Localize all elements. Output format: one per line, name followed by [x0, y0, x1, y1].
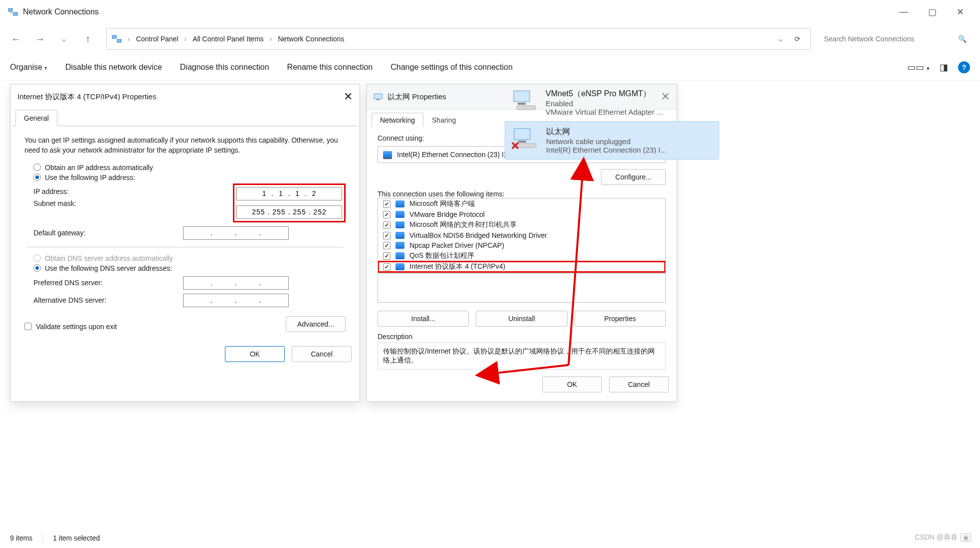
- adapter-name: VMnet5（eNSP Pro MGMT）: [546, 89, 663, 99]
- dialog-title: 以太网 Properties: [388, 92, 446, 102]
- adapter-device: VMware Virtual Ethernet Adapter ...: [546, 108, 663, 116]
- description-label: Description: [378, 333, 666, 341]
- address-dropdown-icon[interactable]: ⌵: [779, 35, 783, 43]
- subnet-mask-input[interactable]: [236, 205, 342, 219]
- disable-device-button[interactable]: Disable this network device: [65, 63, 162, 72]
- adapter-icon: [511, 89, 539, 112]
- adapter-status: Enabled: [546, 99, 663, 108]
- network-item[interactable]: ✓Internet 协议版本 4 (TCP/IPv4): [378, 261, 665, 272]
- svg-rect-10: [518, 141, 526, 143]
- svg-rect-8: [517, 106, 536, 110]
- alternative-dns-label: Alternative DNS server:: [33, 296, 183, 304]
- help-button[interactable]: ?: [958, 61, 970, 73]
- properties-button[interactable]: Properties: [575, 311, 666, 327]
- item-checkbox[interactable]: ✓: [383, 200, 391, 208]
- diagnose-button[interactable]: Diagnose this connection: [180, 63, 269, 72]
- back-button[interactable]: ←: [7, 30, 24, 47]
- item-checkbox[interactable]: ✓: [383, 252, 391, 260]
- organise-button[interactable]: Organise▾: [10, 63, 47, 72]
- view-layout-button[interactable]: ▭▭ ▾: [907, 62, 930, 73]
- address-breadcrumb[interactable]: › Control Panel › All Control Panel Item…: [106, 28, 811, 50]
- protocol-icon: [395, 242, 404, 249]
- ipv4-description: You can get IP settings assigned automat…: [24, 135, 346, 156]
- radio-obtain-ip-auto[interactable]: Obtain an IP address automatically: [24, 164, 346, 172]
- cancel-button[interactable]: Cancel: [292, 346, 352, 362]
- item-count: 9 items: [10, 534, 32, 542]
- ip-fields-highlight: [233, 183, 346, 222]
- selected-count: 1 item selected: [53, 534, 100, 542]
- item-checkbox[interactable]: ✓: [383, 263, 391, 271]
- ok-button[interactable]: OK: [542, 376, 602, 392]
- radio-use-dns[interactable]: Use the following DNS server addresses:: [24, 264, 346, 272]
- default-gateway-label: Default gateway:: [33, 229, 183, 237]
- adapter-ethernet[interactable]: 以太网 Network cable unplugged Intel(R) Eth…: [505, 121, 719, 160]
- radio-use-ip[interactable]: Use the following IP address:: [24, 174, 346, 182]
- dialog-title: Internet 协议版本 4 (TCP/IPv4) Properties: [17, 92, 156, 102]
- svg-rect-5: [377, 99, 380, 100]
- adapter-vmnet5[interactable]: VMnet5（eNSP Pro MGMT） Enabled VMware Vir…: [505, 84, 719, 121]
- window-title: Network Connections: [23, 7, 99, 16]
- ok-button[interactable]: OK: [225, 346, 285, 362]
- breadcrumb-sep: ›: [185, 35, 187, 43]
- item-checkbox[interactable]: ✓: [383, 221, 391, 229]
- cancel-button[interactable]: Cancel: [609, 376, 669, 392]
- nic-name: Intel(R) Ethernet Connection (23) I219-V: [397, 151, 522, 159]
- network-items-list[interactable]: ✓Microsoft 网络客户端✓VMware Bridge Protocol✓…: [378, 198, 666, 303]
- window-titlebar: Network Connections — ▢ ✕: [0, 0, 980, 24]
- breadcrumb-sep: ›: [270, 35, 272, 43]
- breadcrumb-item[interactable]: Control Panel: [136, 35, 179, 43]
- nic-dialog-icon: [374, 93, 383, 101]
- breadcrumb-item[interactable]: Network Connections: [278, 35, 344, 43]
- item-checkbox[interactable]: ✓: [383, 232, 391, 239]
- close-icon[interactable]: ✕: [344, 90, 353, 103]
- validate-checkbox[interactable]: Validate settings upon exit: [24, 323, 117, 331]
- nic-icon: [383, 151, 392, 158]
- item-label: QoS 数据包计划程序: [409, 251, 474, 260]
- tab-general[interactable]: General: [15, 110, 57, 126]
- network-item[interactable]: ✓VirtualBox NDIS6 Bridged Networking Dri…: [378, 230, 665, 240]
- network-item[interactable]: ✓VMware Bridge Protocol: [378, 209, 665, 219]
- items-label: This connection uses the following items…: [378, 190, 666, 198]
- svg-rect-7: [518, 103, 526, 105]
- install-button[interactable]: Install...: [378, 311, 469, 327]
- change-settings-button[interactable]: Change settings of this connection: [391, 63, 513, 72]
- refresh-button[interactable]: ⟳: [794, 35, 800, 43]
- alternative-dns-input[interactable]: [183, 294, 289, 307]
- uninstall-button[interactable]: Uninstall: [476, 311, 567, 327]
- status-bar: 9 items 1 item selected CSDN @恭喜 ▣: [0, 528, 980, 548]
- item-checkbox[interactable]: ✓: [383, 242, 391, 249]
- svg-rect-9: [514, 129, 530, 140]
- default-gateway-input[interactable]: [183, 226, 289, 240]
- tab-sharing[interactable]: Sharing: [423, 113, 464, 127]
- item-checkbox[interactable]: ✓: [383, 211, 391, 218]
- network-item[interactable]: ✓QoS 数据包计划程序: [378, 250, 665, 261]
- svg-rect-11: [517, 144, 536, 148]
- ip-address-input[interactable]: [236, 187, 342, 200]
- horizontal-scrollbar[interactable]: [378, 272, 665, 274]
- search-input[interactable]: Search Network Connections 🔍: [818, 28, 973, 50]
- maximize-button[interactable]: ▢: [928, 6, 937, 17]
- item-label: Microsoft 网络客户端: [409, 199, 475, 208]
- advanced-button[interactable]: Advanced...: [286, 316, 346, 332]
- watermark: CSDN @恭喜 ▣: [915, 533, 971, 542]
- configure-button[interactable]: Configure...: [601, 169, 666, 185]
- network-icon: [8, 7, 18, 17]
- preferred-dns-input[interactable]: [183, 276, 289, 290]
- network-item[interactable]: ✓Npcap Packet Driver (NPCAP): [378, 240, 665, 250]
- item-label: Microsoft 网络的文件和打印机共享: [409, 220, 517, 229]
- forward-button[interactable]: →: [31, 30, 48, 47]
- details-pane-button[interactable]: ◨: [940, 62, 948, 73]
- tab-networking[interactable]: Networking: [372, 113, 423, 127]
- history-dropdown[interactable]: ⌵: [55, 30, 72, 47]
- svg-rect-2: [112, 35, 116, 38]
- up-button[interactable]: ↑: [79, 30, 96, 47]
- close-button[interactable]: ✕: [957, 6, 964, 17]
- rename-button[interactable]: Rename this connection: [287, 63, 373, 72]
- search-placeholder: Search Network Connections: [824, 35, 914, 43]
- network-item[interactable]: ✓Microsoft 网络客户端: [378, 198, 665, 209]
- network-item[interactable]: ✓Microsoft 网络的文件和打印机共享: [378, 219, 665, 230]
- breadcrumb-item[interactable]: All Control Panel Items: [193, 35, 263, 43]
- minimize-button[interactable]: —: [899, 6, 908, 17]
- protocol-icon: [395, 252, 404, 259]
- radio-obtain-dns-auto: Obtain DNS server address automatically: [24, 254, 346, 262]
